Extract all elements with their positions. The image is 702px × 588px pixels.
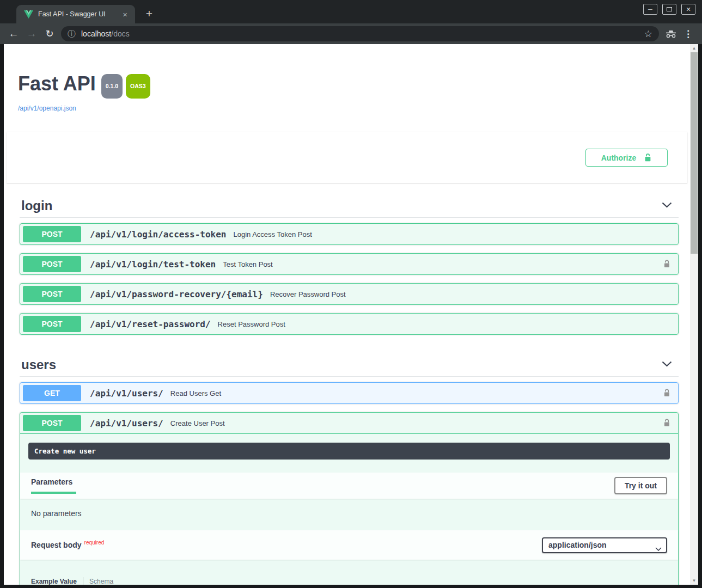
auth-lock-icon[interactable] [663,418,671,428]
bookmark-star-icon[interactable]: ☆ [644,28,652,40]
operations-list: GET /api/v1/users/ Read Users Get POST /… [20,377,679,585]
operation-row[interactable]: GET /api/v1/users/ Read Users Get [20,382,679,404]
content-type-select[interactable]: application/json [542,537,667,553]
parameters-tab: Parameters [31,477,76,494]
tab-example-value[interactable]: Example Value [31,578,77,585]
tag-section-login: login POST /api/v1/login/access-token Lo… [20,183,679,335]
close-button[interactable]: ✕ [681,4,695,15]
operation-summary-bar[interactable]: POST /api/v1/login/test-token Test Token… [20,254,678,274]
page-scrollbar[interactable]: ▲ ▼ [690,44,698,585]
browser-menu-icon[interactable]: ⋮ [683,23,693,44]
scrollbar-thumb[interactable] [691,52,698,254]
maximize-icon [667,7,672,11]
scroll-down-icon[interactable]: ▼ [690,577,698,585]
tag-title: login [21,198,52,213]
incognito-icon [665,30,677,40]
method-badge: POST [23,286,81,302]
window-controls: ─ ✕ [643,4,695,15]
auth-lock-icon[interactable] [663,388,671,398]
request-body-text: Request body [31,541,82,549]
request-body-label: Request bodyrequired [31,541,104,549]
new-tab-button[interactable]: + [142,6,157,21]
method-badge: POST [23,415,81,431]
operation-summary: Recover Password Post [270,290,346,298]
authorize-button[interactable]: Authorize [585,149,668,167]
model-tabs: Example Value Schema [31,577,667,585]
operation-row[interactable]: POST /api/v1/password-recovery/{email} R… [20,283,679,305]
method-badge: POST [23,316,81,332]
tag-header-users[interactable]: users [20,343,679,377]
operation-summary-bar[interactable]: GET /api/v1/users/ Read Users Get [20,383,678,403]
openapi-spec-link[interactable]: /api/v1/openapi.json [18,105,76,112]
operation-summary: Reset Password Post [218,320,285,328]
parameters-header: Parameters Try it out [20,473,678,499]
tag-title: users [21,357,56,372]
operation-row[interactable]: POST /api/v1/login/access-token Login Ac… [20,223,679,245]
operation-summary: Create User Post [170,419,225,427]
tab-close-icon[interactable]: × [120,10,130,19]
site-info-icon[interactable]: ⓘ [68,29,76,39]
operation-row-expanded[interactable]: POST /api/v1/users/ Create User Post Cre… [20,412,679,585]
version-badge: 0.1.0 [101,74,123,99]
operation-path: /api/v1/login/access-token [90,229,226,240]
tab-title: Fast API - Swagger UI [38,10,120,18]
operation-summary: Test Token Post [223,260,273,268]
page-content: Fast API0.1.0OAS3 /api/v1/openapi.json A… [4,44,690,585]
chevron-down-icon[interactable] [662,359,672,372]
back-icon[interactable]: ← [6,23,21,44]
operation-summary: Login Access Token Post [233,230,312,238]
operation-path: /api/v1/login/test-token [90,259,216,270]
content-type-select-wrap: application/json [542,537,667,553]
example-section: Example Value Schema { [20,560,678,585]
operation-row[interactable]: POST /api/v1/reset-password/ Reset Passw… [20,313,679,335]
operation-summary-bar[interactable]: POST /api/v1/users/ Create User Post [20,413,678,434]
tab-schema[interactable]: Schema [89,578,113,585]
oas3-badge: OAS3 [126,74,150,99]
operation-summary-bar[interactable]: POST /api/v1/login/access-token Login Ac… [20,224,678,244]
method-badge: POST [23,226,81,242]
scroll-up-icon[interactable]: ▲ [690,44,698,52]
operations-list: POST /api/v1/login/access-token Login Ac… [20,218,679,335]
reload-icon[interactable]: ↻ [42,23,57,44]
browser-toolbar: ← → ↻ ⓘ localhost /docs ☆ ⋮ [0,23,702,44]
scheme-container: Authorize [7,132,687,183]
tab-bar: Fast API - Swagger UI × + ─ ✕ [0,0,702,23]
try-it-out-button[interactable]: Try it out [614,477,667,494]
tab-divider [83,577,83,585]
request-body-header: Request bodyrequired application/json [20,530,678,560]
no-parameters-text: No parameters [20,499,678,530]
authorize-label: Authorize [601,154,637,162]
api-info: Fast API0.1.0OAS3 /api/v1/openapi.json [4,44,690,113]
auth-lock-icon[interactable] [663,259,671,269]
method-badge: POST [23,256,81,272]
operation-path: /api/v1/users/ [90,418,163,428]
operation-description: Create new user [28,443,670,460]
chevron-down-icon[interactable] [662,200,672,213]
forward-icon[interactable]: → [24,23,39,44]
page-title: Fast API0.1.0OAS3 [18,73,690,97]
operation-summary: Read Users Get [170,389,221,397]
operation-summary-bar[interactable]: POST /api/v1/password-recovery/{email} R… [20,284,678,304]
unlock-icon [644,153,652,162]
api-title-text: Fast API [18,72,96,95]
method-badge: GET [23,385,81,401]
tag-header-login[interactable]: login [20,183,679,218]
required-label: required [84,540,105,546]
browser-tab[interactable]: Fast API - Swagger UI × [16,5,135,23]
operation-summary-bar[interactable]: POST /api/v1/reset-password/ Reset Passw… [20,314,678,334]
browser-window: Fast API - Swagger UI × + ─ ✕ ← → ↻ ⓘ lo… [0,0,702,588]
operation-body: Create new user Parameters Try it out No… [20,443,678,585]
url-bar[interactable]: ⓘ localhost /docs ☆ [61,26,659,41]
url-host: localhost [81,29,111,38]
operation-path: /api/v1/password-recovery/{email} [90,289,263,299]
operation-row[interactable]: POST /api/v1/login/test-token Test Token… [20,253,679,275]
tag-section-users: users GET /api/v1/users/ Read Users Get [20,343,679,585]
operation-path: /api/v1/reset-password/ [90,319,211,329]
operation-path: /api/v1/users/ [90,388,163,399]
url-path: /docs [111,29,129,38]
minimize-button[interactable]: ─ [643,4,657,15]
site-logo-icon [24,10,33,19]
maximize-button[interactable] [662,4,676,15]
